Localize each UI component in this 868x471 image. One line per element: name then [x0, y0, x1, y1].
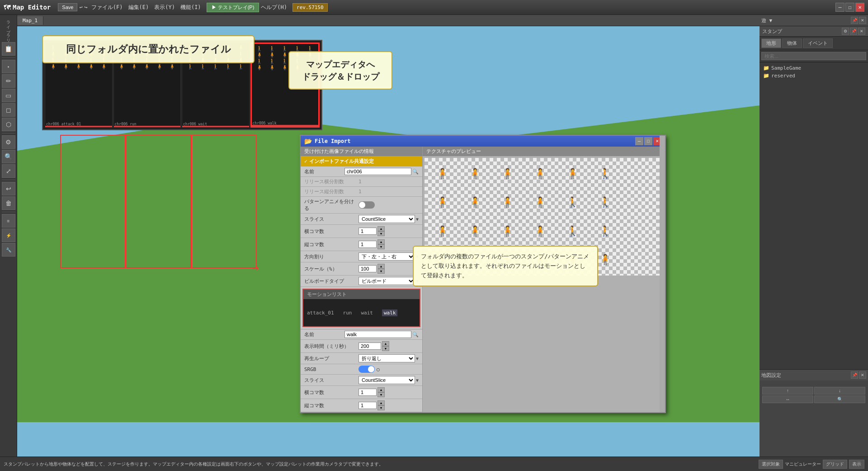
display-button[interactable]: 表示: [849, 460, 864, 469]
library-label: ライブラリ: [5, 18, 11, 40]
fi-minimize-button[interactable]: ─: [635, 137, 643, 145]
save-button[interactable]: Save: [58, 3, 77, 11]
prev-char-7: 🧍: [426, 189, 458, 216]
tool-settings[interactable]: ⚙: [2, 135, 15, 149]
tool-search[interactable]: 🔍: [2, 150, 15, 163]
fi-vframes2-up[interactable]: ▲: [377, 400, 385, 405]
fi-vframes-input[interactable]: [359, 241, 377, 248]
fi-vframes2-down[interactable]: ▼: [377, 405, 385, 410]
fi-vframes-up[interactable]: ▲: [377, 239, 385, 244]
tool-hex[interactable]: ⬡: [2, 118, 15, 131]
grid-button[interactable]: グリッド: [823, 460, 847, 469]
right-panels: 遊 ▼ 📌 ✕ スタンプ ⚙ 📌 ✕ 地形 物体 イベント: [760, 15, 868, 471]
tutorial-folder-text: 同じフォルダ内に置かれたファイル: [66, 43, 231, 55]
tool-eraser[interactable]: ◻: [2, 103, 15, 117]
fi-srgb-toggle[interactable]: [359, 366, 375, 373]
nav-move-button[interactable]: ↔: [762, 395, 813, 403]
fi-hframes2-up[interactable]: ▲: [377, 387, 385, 392]
fi-motion-name-input[interactable]: [344, 331, 411, 338]
map-area[interactable]: Map_1 Y 🚶🚶🚶🚶🚶 🧍🧍🧍🧍🧍 🚶🚶🚶🚶🚶 🧍🧍🧍🧍🧍 chr006_a…: [17, 15, 760, 471]
stamp-settings-button[interactable]: ⚙: [842, 28, 849, 35]
fi-billboard-select[interactable]: ビルボード: [359, 277, 415, 285]
fi-scale-up[interactable]: ▲: [377, 264, 385, 269]
menu-edit[interactable]: 編集(E): [128, 4, 149, 11]
fi-maximize-button[interactable]: □: [644, 137, 652, 145]
palette-pin-button[interactable]: 📌: [851, 17, 858, 24]
tool-undo[interactable]: ↩: [2, 182, 15, 195]
tool-rect[interactable]: ▭: [2, 89, 15, 102]
tab-event[interactable]: イベント: [803, 38, 833, 48]
fi-vframes2-input[interactable]: [359, 402, 377, 409]
menu-help[interactable]: ヘルプ(H): [261, 4, 287, 11]
minimize-button[interactable]: ─: [835, 3, 844, 12]
test-play-button[interactable]: ▶ テストプレイ(P): [207, 3, 259, 12]
map-settings-pin-button[interactable]: 📌: [851, 371, 858, 379]
fi-name-input[interactable]: [344, 168, 411, 175]
fi-hframes2-down[interactable]: ▼: [377, 392, 385, 397]
fi-loop-select[interactable]: 折り返し: [359, 354, 415, 362]
fi-release-h-label: リリース横分割数: [304, 178, 359, 185]
tool-delete[interactable]: 🗑: [2, 196, 15, 210]
motion-wait[interactable]: wait: [361, 310, 373, 316]
fi-displaytime-up[interactable]: ▲: [382, 341, 389, 346]
fi-vframes-down[interactable]: ▼: [377, 244, 385, 249]
fi-icon: 📂: [304, 138, 312, 145]
redo-icon[interactable]: ↪: [85, 4, 88, 10]
motion-run[interactable]: run: [343, 310, 352, 316]
titlebar: 🗺 Map Editor Save ↩ ↪ ファイル(F) 編集(E) 表示(Y…: [0, 0, 868, 15]
fi-hframes-up[interactable]: ▲: [377, 226, 385, 231]
fi-slice2-row: スライス CountSlice ▼: [301, 375, 422, 386]
tool-resize[interactable]: ⤢: [2, 164, 15, 178]
nav-down-button[interactable]: ↓: [814, 387, 865, 395]
prev-char-14: 🧍: [459, 217, 491, 244]
fi-displaytime-input[interactable]: [359, 343, 381, 350]
stamp-search-input[interactable]: [761, 52, 866, 60]
fi-displaytime-down[interactable]: ▼: [382, 346, 389, 351]
fi-bottom-fields: 名前 🔍 表示時間（ミリ秒） ▲ ▼: [301, 329, 422, 412]
motion-attack[interactable]: attack_01: [307, 310, 334, 316]
tool-event[interactable]: ⚡: [2, 228, 15, 242]
tool-pencil[interactable]: ✏: [2, 74, 15, 88]
menu-view[interactable]: 表示(Y): [154, 4, 175, 11]
fi-slice-select[interactable]: CountSlice: [359, 215, 415, 223]
fi-scrollbar[interactable]: [660, 136, 665, 412]
fi-slice2-select[interactable]: CountSlice: [359, 376, 415, 384]
fi-name-row: 名前 🔍: [301, 167, 422, 177]
motion-walk[interactable]: walk: [382, 309, 398, 316]
stamp-close-button[interactable]: ✕: [858, 28, 865, 35]
nav-up-button[interactable]: ↑: [762, 387, 813, 395]
fi-displaytime-row: 表示時間（ミリ秒） ▲ ▼: [301, 340, 422, 353]
undo-icon[interactable]: ↩: [79, 4, 82, 10]
fi-release-v-label: リリース縦分割数: [304, 188, 359, 195]
nav-zoom-button[interactable]: 🔍: [814, 395, 865, 403]
maximize-button[interactable]: □: [845, 3, 854, 12]
select-target-button[interactable]: 選択対象: [759, 460, 783, 469]
fi-hframes2-input[interactable]: [359, 389, 377, 396]
fi-hframes-down[interactable]: ▼: [377, 231, 385, 236]
fi-pattern-toggle[interactable]: [359, 201, 375, 209]
map-tab-1[interactable]: Map_1: [17, 16, 43, 25]
file-item-reserved[interactable]: 📁 reserved: [761, 72, 866, 80]
tool-misc[interactable]: 🔧: [2, 243, 15, 257]
fi-hframes-input[interactable]: [359, 228, 377, 235]
fi-release-h-row: リリース横分割数 1: [301, 177, 422, 187]
stamp-search-area: [760, 50, 868, 62]
stamp-pin-button[interactable]: 📌: [850, 28, 857, 35]
prev-char-4: 🧍: [524, 160, 556, 187]
fi-scale-down[interactable]: ▼: [377, 269, 385, 274]
fi-scale-input[interactable]: [359, 265, 377, 272]
fi-direction-select[interactable]: 下・左・上・右: [359, 252, 415, 261]
menu-file[interactable]: ファイル(F): [91, 4, 123, 11]
file-item-samplegame[interactable]: 📁 SampleGame: [761, 64, 866, 72]
palette-close-button[interactable]: ✕: [859, 17, 866, 24]
menu-func[interactable]: 機能(I): [180, 4, 201, 11]
tool-fill[interactable]: ▪: [2, 60, 15, 73]
tool-layers[interactable]: ≡: [2, 214, 15, 228]
tutorial-folder-box: 同じフォルダ内に置かれたファイル: [42, 35, 255, 63]
close-button[interactable]: ✕: [855, 3, 864, 12]
prev-char-2: 🧍: [459, 160, 491, 187]
tab-object[interactable]: 物体: [782, 38, 802, 48]
tab-terrain[interactable]: 地形: [761, 38, 781, 48]
tool-select[interactable]: 📋: [2, 42, 15, 56]
map-settings-close-button[interactable]: ✕: [859, 371, 866, 379]
